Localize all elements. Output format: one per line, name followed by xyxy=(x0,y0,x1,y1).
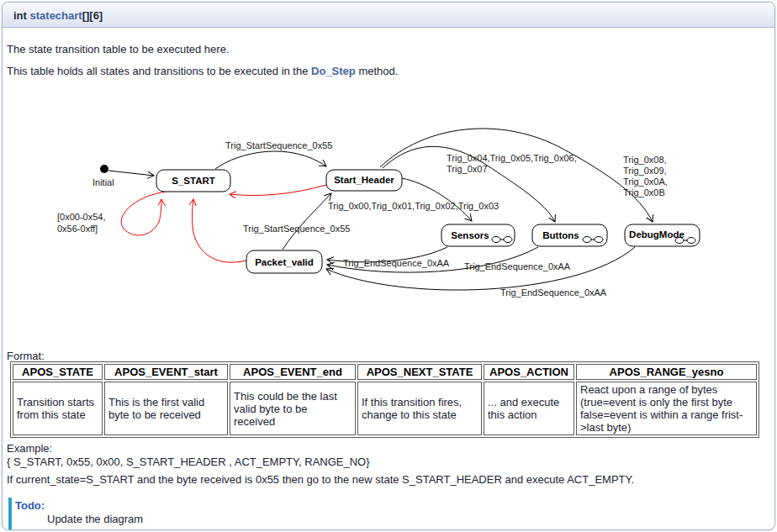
todo-block: Todo: Update the diagram xyxy=(8,498,150,529)
label-to-debug-1: Trig_0x08, xyxy=(623,155,667,165)
transition-initial-to-sstart xyxy=(108,171,154,176)
todo-label: Todo: xyxy=(15,499,143,513)
table-cell: This could be the last valid byte to be … xyxy=(230,382,356,435)
example-label: Example: xyxy=(7,442,52,455)
column-header: APOS_RANGE_yesno xyxy=(576,364,757,380)
table-cell: React upon a range of bytes (true=event … xyxy=(576,382,757,435)
column-header: APOS_ACTION xyxy=(484,364,574,380)
format-table-header-row: APOS_STATE APOS_EVENT_start APOS_EVENT_e… xyxy=(13,364,757,380)
table-cell: This is the first valid byte to be recei… xyxy=(104,382,228,435)
transition-startheader-to-sensors xyxy=(402,178,472,221)
label-to-buttons-2: Trig_0x07 xyxy=(447,164,488,174)
array-suffix: [][6] xyxy=(82,9,103,22)
column-header: APOS_NEXT_STATE xyxy=(357,364,482,380)
description-line-2-suffix: method. xyxy=(356,65,399,77)
state-buttons-label: Buttons xyxy=(542,230,579,240)
state-sensors-label: Sensors xyxy=(451,230,489,240)
description-line-2-prefix: This table holds all states and transiti… xyxy=(7,65,311,77)
example-block: Example: { S_START, 0x55, 0x00, S_START_… xyxy=(7,442,370,469)
format-table-row: Transition starts from this state This i… xyxy=(13,382,757,435)
member-detail-panel: int statechart[][6] The state transition… xyxy=(2,2,775,530)
label-to-buttons-1: Trig_0x04,Trig_0x05,Trig_0x06, xyxy=(447,153,577,163)
state-debugmode-label: DebugMode xyxy=(629,229,684,240)
statechart-diagram: Initial S_START Start_Header Sensors But… xyxy=(0,113,774,313)
label-packet-to-header: Trig_StartSequence_0x55 xyxy=(243,224,350,234)
description-line-2: This table holds all states and transiti… xyxy=(7,65,398,78)
column-header: APOS_EVENT_end xyxy=(230,364,356,380)
transition-packetvalid-to-startheader xyxy=(283,193,331,250)
state-s-start-label: S_START xyxy=(172,176,215,186)
example-explanation: If current_state=S_START and the byte re… xyxy=(7,473,634,487)
example-code: { S_START, 0x55, 0x00, S_START_HEADER , … xyxy=(7,456,370,468)
transition-sstart-to-startheader xyxy=(215,151,326,169)
label-end-sequence-buttons: Trig_EndSequence_0xAA xyxy=(464,261,571,271)
label-to-sensors: Trig_0x00,Trig_0x01,Trig_0x02,Trig_0x03 xyxy=(328,201,499,211)
transition-startheader-to-sstart xyxy=(230,185,326,196)
transition-sstart-self-loop xyxy=(121,192,166,235)
label-to-debug-4: Trig_0x0B xyxy=(623,187,665,198)
label-start-sequence-top: Trig_StartSequence_0x55 xyxy=(225,140,332,150)
label-end-sequence-debug: Trig_EndSequence_0xAA xyxy=(500,287,607,298)
transition-packetvalid-to-sstart xyxy=(193,199,246,262)
format-table: APOS_STATE APOS_EVENT_start APOS_EVENT_e… xyxy=(10,361,759,438)
table-cell: If this transition fires, change to this… xyxy=(357,382,482,435)
do-step-link[interactable]: Do_Step xyxy=(311,65,356,77)
label-end-sequence-sensors: Trig_EndSequence_0xAA xyxy=(343,258,450,268)
table-cell: Transition starts from this state xyxy=(13,382,103,435)
label-range-loop-1: [0x00-0x54, xyxy=(57,212,105,222)
type-keyword: int xyxy=(13,9,27,22)
label-range-loop-2: 0x56-0xff] xyxy=(57,224,98,234)
initial-state-dot xyxy=(100,165,108,173)
state-start-header-label: Start_Header xyxy=(334,175,394,185)
label-to-debug-3: Trig_0x0A, xyxy=(623,176,668,187)
todo-text: Update the diagram xyxy=(47,513,143,526)
column-header: APOS_STATE xyxy=(13,364,103,380)
member-name: statechart xyxy=(30,9,82,22)
state-packet-valid-label: Packet_valid xyxy=(255,257,314,267)
label-to-debug-2: Trig_0x09, xyxy=(623,166,667,176)
description-line-1: The state transition table to be execute… xyxy=(7,43,230,56)
table-cell: ... and execute this action xyxy=(484,382,574,435)
initial-state-label: Initial xyxy=(92,177,114,187)
member-signature-header: int statechart[][6] xyxy=(3,3,774,28)
column-header: APOS_EVENT_start xyxy=(104,364,228,380)
